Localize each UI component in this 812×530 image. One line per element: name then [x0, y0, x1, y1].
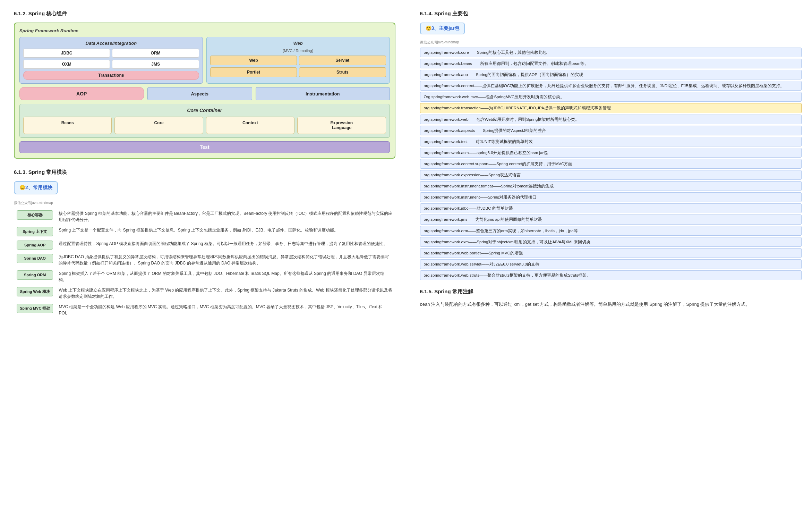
beans-item: Beans: [23, 117, 112, 134]
modules-watermark: 微信公众号java-mindmap: [14, 201, 395, 205]
jar-item: org.springframework.context.support——Spr…: [420, 159, 802, 169]
section-613: 6.1.3. Spring 常用模块 😊2、常用模块 微信公众号java-min…: [14, 169, 395, 318]
jar-item: org.springframework.jdbc——对JDBC 的简单封装: [420, 203, 802, 213]
oxm-item: OXM: [23, 60, 110, 69]
module-label: Spring MVC 框架: [17, 304, 53, 313]
web-title: Web: [210, 41, 386, 46]
core-item: Core: [114, 117, 203, 134]
aop-box: AOP: [19, 87, 144, 100]
jar-item: org.springframework.orm——整合第三方的orm实现，如hi…: [420, 226, 802, 236]
module-row: Spring ORMSpring 框架插入了若干个 ORM 框架，从而提供了 O…: [14, 268, 395, 285]
jar-item: org.springframework.expression——Spring表达…: [420, 170, 802, 180]
module-label: Spring 上下文: [17, 227, 53, 236]
jar-item: org.springframework.instrument——Spring对服…: [420, 192, 802, 202]
jar-item: org.springframework.web——包含Web应用开发时，用到Sp…: [420, 115, 802, 124]
context-item: Context: [206, 117, 294, 134]
module-desc: Web 上下文模块建立在应用程序上下文模块之上，为基于 Web 的应用程序提供了…: [56, 285, 395, 302]
data-access-box: Data Access/Integration JDBC ORM OXM JMS…: [19, 37, 203, 84]
core-grid: Beans Core Context ExpressionLanguage: [23, 117, 386, 134]
jar-item: org.springframework.aspects——Spring提供的对A…: [420, 126, 802, 135]
jar-item: org.springframework.core——Spring的核心工具包，其…: [420, 48, 802, 57]
web-grid: Web Servlet Portlet Struts: [210, 56, 386, 77]
data-access-grid: JDBC ORM OXM JMS Transactions: [23, 49, 199, 80]
servlet-item: Servlet: [299, 56, 386, 65]
section-615-title: 6.1.5. Spring 常用注解: [420, 288, 802, 295]
module-desc: 通过配置管理特性，Spring AOP 模块直接将面向切面的编程功能集成了 Sp…: [56, 238, 395, 252]
web-box: Web (MVC / Remoting) Web Servlet Portlet…: [206, 37, 390, 84]
jar-item: org.springframework.oxm——Spring对于object/…: [420, 237, 802, 247]
module-label: Spring ORM: [17, 270, 53, 280]
data-access-title: Data Access/Integration: [23, 41, 199, 46]
module-desc: 为JDBC DAO 抽象提供提供了有意义的异常层次结构，可用该结构来管理异常处理…: [56, 252, 395, 268]
core-container-box: Core Container Beans Core Context Expres…: [19, 104, 390, 138]
jms-item: JMS: [112, 60, 199, 69]
jar-item: org.springframework.context——提供在基础IOC功能上…: [420, 81, 802, 91]
jar-watermark: 微信公众号java-mindmap: [420, 40, 802, 45]
module-row: Spring MVC 框架MVC 框架是一个全功能的构建 Web 应用程序的 M…: [14, 302, 395, 318]
module-label: Spring AOP: [17, 241, 53, 250]
module-row: Spring AOP通过配置管理特性，Spring AOP 模块直接将面向切面的…: [14, 238, 395, 252]
jar-item: org.springframework.web.portlet——Spring …: [420, 248, 802, 258]
module-label: 核心容器: [17, 210, 53, 220]
spring-diagram-title: Spring Framework Runtime: [19, 28, 390, 33]
web-subtitle: (MVC / Remoting): [210, 49, 386, 53]
annotation-text: bean 注入与装配的的方式有很多种，可以通过 xml，get set 方式，构…: [420, 301, 802, 308]
jar-item: org.springframework.aop——Spring的面向切面编程，提…: [420, 70, 802, 79]
spring-diagram: Spring Framework Runtime Data Access/Int…: [14, 23, 395, 159]
module-row: Spring DAO为JDBC DAO 抽象提供提供了有意义的异常层次结构，可用…: [14, 252, 395, 268]
module-label: Spring Web 模块: [17, 287, 53, 296]
jar-item: org.springframework.web.struts——整合对strut…: [420, 270, 802, 280]
jar-item: org.springframework.test——对JUNIT等测试框架的简单…: [420, 137, 802, 146]
module-desc: MVC 框架是一个全功能的构建 Web 应用程序的 MVC 实现。通过策略接口，…: [56, 302, 395, 318]
struts-item: Struts: [299, 67, 386, 77]
section-613-title: 6.1.3. Spring 常用模块: [14, 169, 395, 176]
orm-item: ORM: [112, 49, 199, 58]
jar-item: org.springframework.asm——spring3.0开始提供自己…: [420, 148, 802, 158]
modules-table: 核心容器核心容器提供 Spring 框架的基本功能。核心容器的主要组件是 Bea…: [14, 208, 395, 318]
jar-item: org.springframework.instrument.tomcat——S…: [420, 181, 802, 191]
jar-item: org.springframework.web.servlet——对J2EE6.…: [420, 259, 802, 269]
section-612-title: 6.1.2. Spring 核心组件: [14, 10, 395, 17]
section-612: 6.1.2. Spring 核心组件 Spring Framework Runt…: [14, 10, 395, 159]
web-item: Web: [210, 56, 297, 65]
jar-badge: 😊3、主要jar包: [420, 23, 465, 34]
section-614-title: 6.1.4. Spring 主要包: [420, 10, 802, 17]
portlet-item: Portlet: [210, 67, 297, 77]
aspects-box: Aspects: [147, 87, 252, 100]
jar-item: org.springframework.jms——为简化jms api的使用而做…: [420, 214, 802, 224]
left-panel: 6.1.2. Spring 核心组件 Spring Framework Runt…: [0, 0, 406, 530]
jar-item: org.springframework.beans——所有应用都用到，包含访问配…: [420, 59, 802, 68]
module-row: Spring 上下文Spring 上下文是一个配置文件，向 Spring 框架提…: [14, 225, 395, 238]
core-container-title: Core Container: [23, 108, 386, 113]
diagram-top-row: Data Access/Integration JDBC ORM OXM JMS…: [19, 37, 390, 84]
section-615: 6.1.5. Spring 常用注解 bean 注入与装配的的方式有很多种，可以…: [420, 288, 802, 308]
module-desc: Spring 上下文是一个配置文件，向 Spring 框架提供上下文信息。Spr…: [56, 225, 395, 238]
modules-badge: 😊2、常用模块: [14, 181, 58, 194]
jdbc-item: JDBC: [23, 49, 110, 58]
module-label: Spring DAO: [17, 254, 53, 263]
transactions-item: Transactions: [23, 71, 199, 80]
module-row: Spring Web 模块Web 上下文模块建立在应用程序上下文模块之上，为基于…: [14, 285, 395, 302]
diagram-middle-row: AOP Aspects Instrumentation: [19, 87, 390, 100]
jar-item: org.springframework.transaction——为JDBC,H…: [420, 103, 802, 113]
module-desc: Spring 框架插入了若干个 ORM 框架，从而提供了 ORM 的对象关系工具…: [56, 268, 395, 285]
module-desc: 核心容器提供 Spring 框架的基本功能。核心容器的主要组件是 BeanFac…: [56, 208, 395, 225]
module-row: 核心容器核心容器提供 Spring 框架的基本功能。核心容器的主要组件是 Bea…: [14, 208, 395, 225]
test-box: Test: [19, 141, 390, 153]
instrumentation-box: Instrumentation: [256, 87, 390, 100]
right-panel: 6.1.4. Spring 主要包 😊3、主要jar包 微信公众号java-mi…: [406, 0, 812, 530]
jar-list: org.springframework.core——Spring的核心工具包，其…: [420, 48, 802, 280]
jar-item: Org.springframework.web.mvc——包含SpringMVC…: [420, 92, 802, 102]
expression-item: ExpressionLanguage: [297, 117, 386, 134]
section-614: 6.1.4. Spring 主要包 😊3、主要jar包 微信公众号java-mi…: [420, 10, 802, 280]
